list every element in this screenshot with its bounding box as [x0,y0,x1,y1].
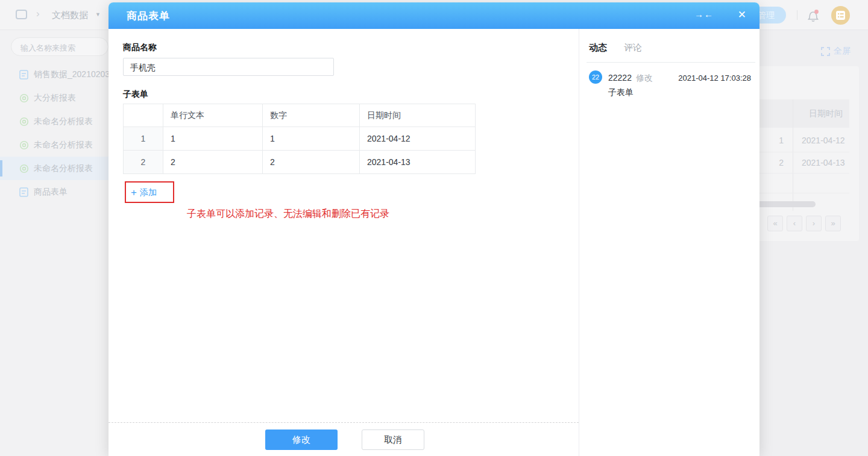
topbar-divider [797,10,797,20]
sidebar: 输入名称来搜索 销售数据_20210203 大分析报表 未命名分析报表 [0,30,108,456]
subform-header-datetime: 日期时间 [360,104,476,127]
bg-row-date: 2021-04-12 [802,136,845,145]
app-window-icon[interactable] [16,10,27,19]
collapse-width-icon[interactable]: →← [694,9,714,19]
subform-row: 2 2 2 2021-04-13 [124,151,476,174]
bg-row-num: 2 [766,158,784,167]
activity-avatar: 22 [589,70,602,84]
report-icon [19,117,28,126]
sidebar-item-label: 商品表单 [34,187,68,198]
document-icon [19,70,28,80]
panel-divider [587,62,755,63]
sidebar-item-document[interactable]: 销售数据_20210203 [0,63,108,86]
pagination-next-button[interactable]: › [806,216,822,231]
subform-cell-index: 1 [124,127,163,151]
sidebar-item-label: 未命名分析报表 [34,163,93,174]
subform-cell-datetime: 2021-04-13 [360,151,476,174]
subform-row: 1 1 1 2021-04-12 [124,127,476,151]
fullscreen-link[interactable]: 全屏 [821,46,857,57]
search-placeholder: 输入名称来搜索 [20,43,75,54]
add-record-button[interactable]: +添加 [131,187,157,199]
product-name-value: 手机壳 [130,63,156,73]
sidebar-item-label: 大分析报表 [34,93,76,104]
modal-header: 商品表单 →← ✕ [108,2,760,29]
app-page: › 文档数据 ▼ 管理 输入名称来搜索 [0,0,868,456]
report-icon [19,140,28,150]
activity-timestamp: 2021-04-12 17:03:28 [678,73,751,83]
document-icon [19,187,28,197]
subform-cell-datetime: 2021-04-12 [360,127,476,151]
tab-activity[interactable]: 动态 [589,42,607,54]
sidebar-item-report-selected[interactable]: 未命名分析报表 [0,157,108,180]
cancel-button[interactable]: 取消 [362,429,424,450]
subform-header-row: 单行文本 数字 日期时间 [124,104,476,127]
breadcrumb-caret-icon[interactable]: ▼ [95,11,101,17]
activity-panel: 动态 评论 22 22222 修改 2021-04-12 17:03:28 子表… [579,29,760,456]
product-form-modal: 商品表单 →← ✕ 商品名称 手机壳 子表单 单行文本 数字 日期时间 1 [108,2,760,456]
sidebar-item-report[interactable]: 未命名分析报表 [0,110,108,133]
sidebar-item-report[interactable]: 未命名分析报表 [0,133,108,157]
bg-date-header: 日期时间 [809,108,843,119]
sidebar-item-label: 未命名分析报表 [34,140,93,151]
bg-row-num: 1 [766,136,784,145]
subform-label: 子表单 [123,89,148,100]
subform-header-text: 单行文本 [163,104,263,127]
bg-row-date: 2021-04-13 [802,158,845,167]
add-record-label: 添加 [140,187,157,197]
tab-comments[interactable]: 评论 [624,42,642,54]
breadcrumb-chevron-icon: › [36,8,40,20]
notification-bell-icon[interactable] [807,8,820,23]
sidebar-item-form[interactable]: 商品表单 [0,180,108,204]
activity-user: 22222 [608,73,632,83]
sidebar-search-input[interactable]: 输入名称来搜索 [11,37,108,56]
fullscreen-label: 全屏 [834,46,851,57]
subform-cell-text: 2 [163,151,263,174]
report-icon [19,93,28,103]
breadcrumb-item[interactable]: 文档数据 [52,10,88,21]
subform-header-index [124,104,163,127]
subform-cell-number: 1 [263,127,360,151]
activity-detail: 子表单 [608,87,634,98]
modal-form-area: 商品名称 手机壳 子表单 单行文本 数字 日期时间 1 1 1 2021-04-… [108,29,579,456]
sidebar-item-report[interactable]: 大分析报表 [0,86,108,110]
report-icon [19,164,28,173]
user-avatar[interactable] [831,6,850,25]
footer-divider [108,422,579,423]
fullscreen-icon [821,47,830,56]
confirm-button[interactable]: 修改 [265,429,338,450]
subform-cell-text: 1 [163,127,263,151]
annotation-text: 子表单可以添加记录、无法编辑和删除已有记录 [187,208,389,220]
bg-column-divider [793,99,793,211]
pagination-last-button[interactable]: » [825,216,841,231]
pagination-first-button[interactable]: « [767,216,783,231]
subform-header-number: 数字 [263,104,360,127]
subform-cell-index: 2 [124,151,163,174]
subform-cell-number: 2 [263,151,360,174]
subform-table: 单行文本 数字 日期时间 1 1 1 2021-04-12 2 2 2 2021… [123,104,476,174]
modal-title: 商品表单 [127,9,170,23]
product-name-label: 商品名称 [123,42,157,53]
plus-icon: + [131,187,137,198]
product-name-input[interactable]: 手机壳 [123,58,334,76]
sidebar-item-label: 未命名分析报表 [34,116,93,127]
sidebar-list: 销售数据_20210203 大分析报表 未命名分析报表 未命名分析报表 [0,63,108,204]
activity-action: 修改 [636,73,653,84]
annotation-highlight-box: +添加 [125,181,174,203]
close-icon[interactable]: ✕ [738,8,746,21]
pagination-prev-button[interactable]: ‹ [787,216,802,231]
sidebar-item-label: 销售数据_20210203 [34,69,110,80]
